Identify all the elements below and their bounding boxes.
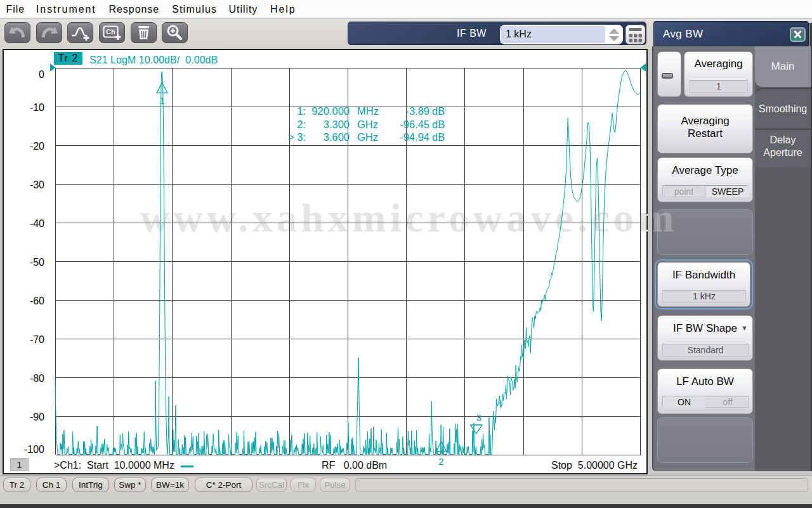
- svg-text:www.xahxmicrowave.com: www.xahxmicrowave.com: [140, 195, 648, 240]
- svg-text:1: 1: [159, 95, 164, 106]
- svg-text:Ch: Ch: [106, 28, 115, 36]
- svg-text:3: 3: [476, 412, 481, 423]
